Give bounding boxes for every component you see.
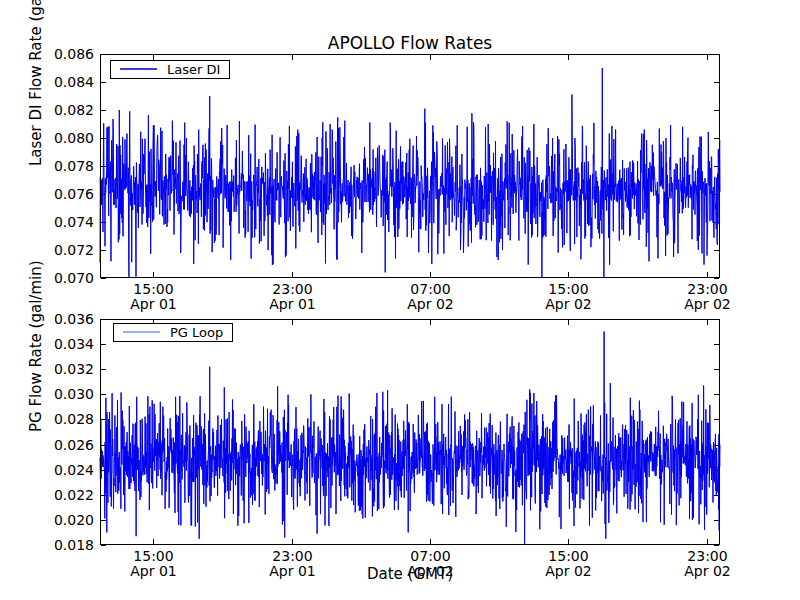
x-tick-label: 07:00Apr 02: [386, 282, 476, 312]
y-tick-label: 0.082: [34, 102, 94, 118]
x-tick-label: 15:00Apr 01: [109, 282, 199, 312]
y-tick-label: 0.086: [34, 46, 94, 62]
x-tick-label: 15:00Apr 02: [524, 282, 614, 312]
y-tick-label: 0.032: [34, 361, 94, 377]
y-tick-label: 0.022: [34, 487, 94, 503]
y-tick-label: 0.018: [34, 537, 94, 553]
legend-label-laser-di: Laser DI: [167, 62, 220, 77]
x-tick-label: 15:00Apr 01: [109, 549, 199, 579]
series-line-laser-di: [100, 68, 720, 278]
legend-pg-loop: PG Loop: [113, 323, 233, 342]
x-tick-label: 23:00Apr 01: [248, 282, 338, 312]
y-tick-label: 0.034: [34, 336, 94, 352]
series-line-pg-loop: [100, 332, 720, 544]
y-tick-label: 0.020: [34, 512, 94, 528]
chart-title: APOLLO Flow Rates: [100, 33, 720, 53]
legend-laser-di: Laser DI: [110, 60, 230, 79]
x-tick-label: 23:00Apr 02: [663, 549, 753, 579]
y-tick-label: 0.070: [34, 270, 94, 286]
y-tick-label: 0.026: [34, 437, 94, 453]
y-tick-label: 0.072: [34, 242, 94, 258]
x-tick-label: 07:00Apr 02: [386, 549, 476, 579]
y-tick-label: 0.028: [34, 411, 94, 427]
y-tick-label: 0.024: [34, 462, 94, 478]
y-tick-label: 0.084: [34, 74, 94, 90]
x-tick-label: 15:00Apr 02: [524, 549, 614, 579]
y-tick-label: 0.036: [34, 311, 94, 327]
figure: APOLLO Flow Rates Laser DI Flow Rate (ga…: [0, 0, 800, 600]
y-tick-label: 0.076: [34, 186, 94, 202]
y-tick-label: 0.078: [34, 158, 94, 174]
y-tick-label: 0.030: [34, 386, 94, 402]
y-tick-label: 0.080: [34, 130, 94, 146]
y-tick-label: 0.074: [34, 214, 94, 230]
legend-label-pg-loop: PG Loop: [170, 325, 223, 340]
legend-line-laser-di: [120, 68, 157, 70]
legend-line-pg-loop: [123, 331, 160, 333]
x-tick-label: 23:00Apr 01: [248, 549, 338, 579]
x-tick-label: 23:00Apr 02: [663, 282, 753, 312]
